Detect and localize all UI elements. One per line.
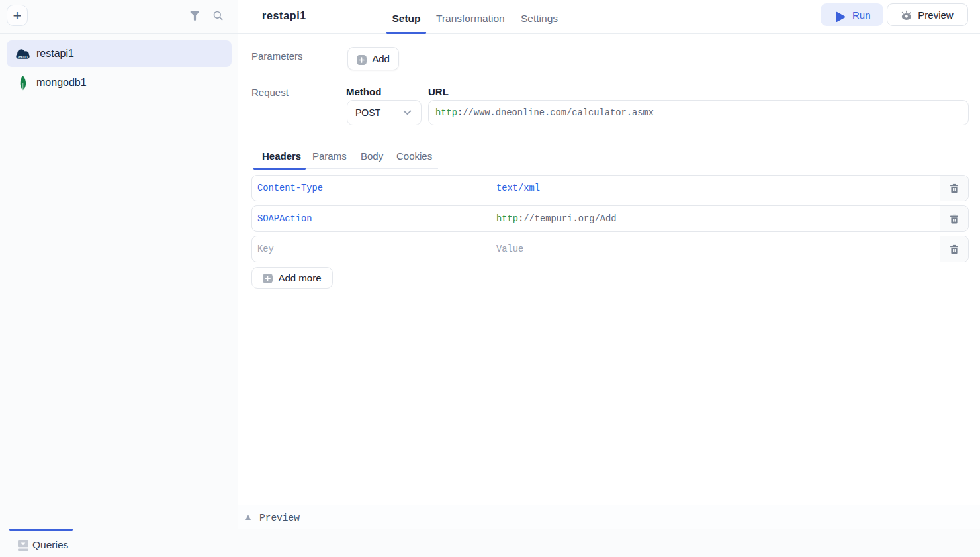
svg-text:{REST}: {REST}	[18, 55, 28, 58]
